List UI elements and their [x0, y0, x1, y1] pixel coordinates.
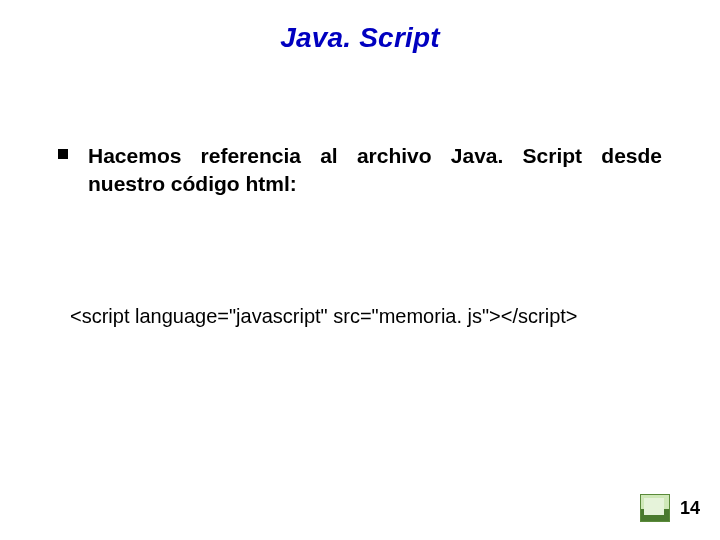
square-bullet-icon	[58, 149, 68, 159]
slide-footer: 14	[640, 494, 700, 522]
bullet-item: Hacemos referencia al archivo Java. Scri…	[58, 142, 662, 199]
logo-icon	[640, 494, 670, 522]
slide: Java. Script Hacemos referencia al archi…	[0, 0, 720, 540]
code-line: <script language="javascript" src="memor…	[70, 305, 662, 328]
page-number: 14	[680, 498, 700, 519]
slide-title: Java. Script	[0, 22, 720, 54]
bullet-text: Hacemos referencia al archivo Java. Scri…	[88, 142, 662, 199]
slide-body: Hacemos referencia al archivo Java. Scri…	[58, 142, 662, 199]
